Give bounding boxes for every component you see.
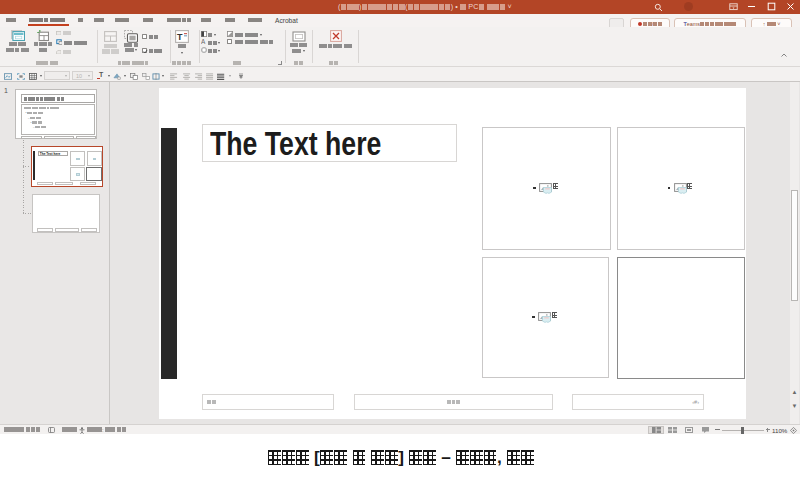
svg-text:T: T: [177, 32, 183, 42]
svg-text:A: A: [201, 39, 206, 45]
